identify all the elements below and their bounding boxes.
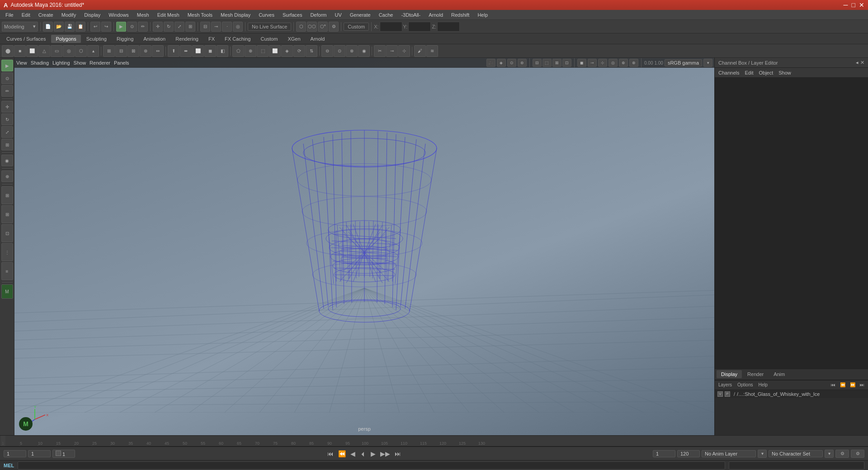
cb-object-menu[interactable]: Object bbox=[759, 70, 773, 75]
save-scene-btn[interactable]: 💾 bbox=[65, 22, 75, 32]
vp-select-camera-btn[interactable]: 🎥 bbox=[486, 59, 495, 67]
maximize-btn[interactable]: □ bbox=[852, 1, 855, 9]
anim-layer-dropdown-btn[interactable]: ▾ bbox=[758, 450, 767, 458]
tab-curves-surfaces[interactable]: Curves / Surfaces bbox=[2, 35, 50, 43]
frame-field2[interactable]: 1 bbox=[28, 450, 51, 457]
menu-mesh-display[interactable]: Mesh Display bbox=[217, 11, 254, 19]
rotate-mode-btn[interactable]: ↻ bbox=[1, 113, 13, 125]
vp-gamma-toggle-btn[interactable]: ▾ bbox=[703, 59, 712, 67]
spin-edge-btn[interactable]: ⟳ bbox=[293, 45, 305, 57]
menu-uv[interactable]: UV bbox=[331, 11, 345, 19]
render-current-btn[interactable]: ⬡ bbox=[296, 22, 306, 32]
show-manip-btn[interactable]: ⊕ bbox=[1, 170, 13, 182]
menu-curves[interactable]: Curves bbox=[255, 11, 278, 19]
time-slider-btn[interactable]: ⊡ bbox=[1, 224, 13, 242]
menu-file[interactable]: File bbox=[2, 11, 17, 19]
menu-redshift[interactable]: Redshift bbox=[448, 11, 473, 19]
save-as-btn[interactable]: 📋 bbox=[75, 22, 85, 32]
vp-toggle3-btn[interactable]: ⊛ bbox=[518, 59, 527, 67]
vp-menu-panels[interactable]: Panels bbox=[114, 60, 129, 66]
poly-sphere-btn[interactable]: ⬤ bbox=[2, 45, 14, 57]
maya-icon-btn[interactable]: M bbox=[1, 284, 13, 299]
menu-mesh[interactable]: Mesh bbox=[133, 11, 153, 19]
menu-3dto-all[interactable]: -3DtoAll- bbox=[397, 11, 424, 19]
collapse-btn[interactable]: ⊖ bbox=[321, 45, 333, 57]
extrude-btn[interactable]: ⬆ bbox=[168, 45, 179, 57]
step-back-btn[interactable]: ⏪ bbox=[337, 450, 347, 457]
vp-menu-shading[interactable]: Shading bbox=[31, 60, 49, 66]
range-end-field[interactable]: 120 bbox=[677, 450, 700, 457]
go-to-end-btn[interactable]: ⏭ bbox=[393, 450, 402, 457]
move-tool-btn[interactable]: ✛ bbox=[153, 22, 163, 32]
cb-edit-menu[interactable]: Edit bbox=[745, 70, 753, 75]
tab-custom[interactable]: Custom bbox=[256, 35, 283, 43]
play-fwd-btn[interactable]: ▶ bbox=[369, 450, 377, 457]
vp-menu-view[interactable]: View bbox=[16, 60, 27, 66]
menu-help[interactable]: Help bbox=[474, 11, 491, 19]
undo-btn[interactable]: ↩ bbox=[90, 22, 100, 32]
vp-view-btn1[interactable]: ⊟ bbox=[533, 59, 542, 67]
snap-point-btn[interactable]: ⋅ bbox=[222, 22, 232, 32]
target-weld-btn[interactable]: ◉ bbox=[358, 45, 370, 57]
x-field[interactable] bbox=[380, 22, 402, 32]
vp-icon-btn1[interactable]: ◼ bbox=[577, 59, 586, 67]
vp-menu-renderer[interactable]: Renderer bbox=[90, 60, 110, 66]
display-tab[interactable]: Display bbox=[717, 370, 742, 378]
rotate-tool-btn[interactable]: ↻ bbox=[164, 22, 174, 32]
menu-arnold[interactable]: Arnold bbox=[425, 11, 447, 19]
poly-cylinder-btn[interactable]: ⬜ bbox=[26, 45, 38, 57]
slide-edge-btn[interactable]: ◈ bbox=[281, 45, 293, 57]
step-back-frame-btn[interactable]: ◀ bbox=[349, 450, 357, 457]
go-to-start-btn[interactable]: ⏮ bbox=[326, 450, 335, 457]
layers-menu[interactable]: Layers bbox=[717, 381, 734, 388]
tab-sculpting[interactable]: Sculpting bbox=[82, 35, 111, 43]
connect-btn[interactable]: ⊕ bbox=[245, 45, 256, 57]
offset-edge-btn[interactable]: ⬜ bbox=[269, 45, 281, 57]
paint-select-mode-btn[interactable]: ⊙ bbox=[1, 72, 13, 84]
soft-modify-btn[interactable]: ◉ bbox=[1, 155, 13, 166]
scale-mode-btn[interactable]: ⤢ bbox=[1, 126, 13, 138]
vp-icon-btn6[interactable]: ⊗ bbox=[629, 59, 638, 67]
close-btn[interactable]: ✕ bbox=[859, 1, 864, 9]
no-anim-layer-field[interactable]: No Anim Layer bbox=[702, 450, 756, 457]
play-back-btn[interactable]: ⏴ bbox=[359, 450, 368, 457]
command-input[interactable] bbox=[18, 461, 725, 470]
vp-view-btn3[interactable]: ⊠ bbox=[552, 59, 561, 67]
interactive-split-btn[interactable]: ⊸ bbox=[386, 45, 398, 57]
tab-arnold[interactable]: Arnold bbox=[306, 35, 330, 43]
tab-fx-caching[interactable]: FX Caching bbox=[220, 35, 255, 43]
paint-tool-btn[interactable]: ✏ bbox=[1, 85, 13, 97]
title-bar-right[interactable]: ─ □ ✕ bbox=[844, 1, 864, 9]
poly-cube-btn[interactable]: ■ bbox=[14, 45, 26, 57]
srgb-gamma-btn[interactable]: sRGB gamma bbox=[665, 59, 702, 66]
vp-icon-btn2[interactable]: ⊸ bbox=[588, 59, 597, 67]
no-character-set-field[interactable]: No Character Set bbox=[769, 450, 823, 457]
cb-expand-btn[interactable]: ◂ bbox=[856, 60, 859, 66]
layer-next-btn[interactable]: ⏩ bbox=[848, 381, 857, 388]
vp-menu-lighting[interactable]: Lighting bbox=[52, 60, 70, 66]
menu-edit-mesh[interactable]: Edit Mesh bbox=[154, 11, 183, 19]
cb-pin-btn[interactable]: ✕ bbox=[860, 60, 864, 66]
y-field[interactable] bbox=[408, 22, 431, 32]
no-live-surface-btn[interactable]: No Live Surface bbox=[248, 23, 291, 31]
viewport[interactable]: View Shading Lighting Show Renderer Pane… bbox=[14, 58, 714, 435]
lasso-tool-btn[interactable]: ⊙ bbox=[127, 22, 137, 32]
anim-curves-btn[interactable]: ⋮ bbox=[1, 243, 13, 261]
universal-mode-btn[interactable]: ⊞ bbox=[1, 139, 13, 150]
timeline[interactable]: 1 5 10 15 20 25 30 35 40 45 50 55 60 65 … bbox=[0, 435, 868, 446]
range-start-field[interactable]: 1 bbox=[653, 450, 675, 457]
redo-btn[interactable]: ↪ bbox=[101, 22, 111, 32]
snap-grid-btn[interactable]: ⊟ bbox=[200, 22, 210, 32]
bevel-btn[interactable]: ⬠ bbox=[232, 45, 244, 57]
weld-btn[interactable]: ⊗ bbox=[346, 45, 358, 57]
mirror-btn[interactable]: ⇔ bbox=[152, 45, 164, 57]
menu-cache[interactable]: Cache bbox=[375, 11, 397, 19]
vp-toggle2-btn[interactable]: ⊙ bbox=[507, 59, 516, 67]
vp-icon-btn3[interactable]: ⊹ bbox=[598, 59, 607, 67]
vp-menu-show[interactable]: Show bbox=[74, 60, 86, 66]
poly-plane-btn[interactable]: ▭ bbox=[51, 45, 62, 57]
boolean-btn[interactable]: ⊛ bbox=[140, 45, 151, 57]
insert-edge-btn[interactable]: ⬚ bbox=[257, 45, 269, 57]
step-fwd-btn[interactable]: ▶▶ bbox=[379, 450, 392, 457]
combine-btn[interactable]: ⊞ bbox=[103, 45, 115, 57]
